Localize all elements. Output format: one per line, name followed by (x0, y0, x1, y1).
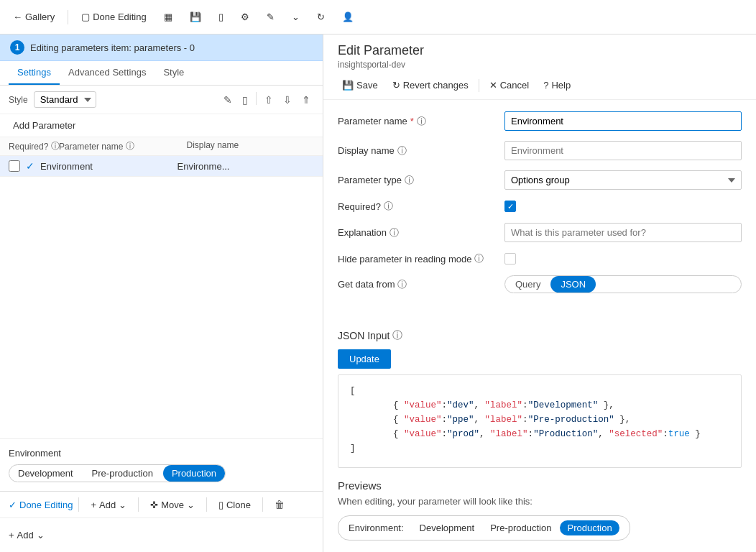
env-option-preproduction[interactable]: Pre-production (83, 465, 162, 482)
info-icon-hide: ⓘ (474, 252, 484, 265)
param-name-row: Parameter name * ⓘ (338, 111, 742, 131)
hide-param-control (504, 253, 742, 264)
left-content-area (0, 177, 323, 438)
copy-button[interactable]: ▯ (214, 9, 228, 25)
save-icon: 💾 (190, 12, 201, 22)
right-panel: Edit Parameter insightsportal-dev 💾 Save… (323, 34, 756, 552)
info-icon-json: ⓘ (392, 329, 402, 342)
style-label: Style (9, 95, 28, 105)
refresh-icon: ↻ (317, 12, 325, 22)
add-section-button[interactable]: + Add ⌄ (9, 530, 45, 540)
bar-divider-2 (138, 497, 139, 512)
chevron-section-icon: ⌄ (37, 530, 45, 540)
check-icon: ✓ (9, 500, 17, 510)
edit-pencil-button[interactable]: ✎ (262, 9, 279, 25)
hide-param-checkbox[interactable] (504, 253, 516, 264)
parameter-row: ✓ Environment Environme... (0, 156, 323, 177)
revert-right-button[interactable]: ↻ Revert changes (388, 77, 473, 93)
get-data-row: Get data from ⓘ Query JSON (338, 275, 742, 293)
update-button[interactable]: Update (338, 349, 391, 369)
explanation-control (504, 223, 742, 242)
right-panel-title: Edit Parameter (338, 43, 742, 58)
save-toolbar-button[interactable]: 💾 (185, 9, 206, 25)
done-editing-bar-button[interactable]: ✓ Done Editing (9, 500, 73, 510)
editing-header-text: Editing parameters item: parameters - 0 (30, 42, 195, 53)
display-name-input[interactable] (504, 141, 742, 160)
tab-settings[interactable]: Settings (9, 61, 60, 85)
info-icon-explanation: ⓘ (389, 226, 399, 239)
share-button[interactable]: 👤 (338, 9, 358, 25)
bar-divider-3 (206, 497, 207, 512)
delete-bar-button[interactable]: 🗑 (269, 496, 290, 513)
required-checkbox[interactable]: ✓ (504, 201, 516, 212)
data-toggle-json[interactable]: JSON (550, 276, 596, 293)
add-parameter-row: Add Parameter (0, 114, 323, 137)
arrow-left-icon: ← (13, 12, 22, 22)
cancel-right-button[interactable]: ✕ Cancel (485, 77, 533, 93)
info-icon-get-data: ⓘ (397, 278, 407, 291)
col-required-header: Required? ⓘ (9, 140, 59, 152)
right-panel-subtitle: insightsportal-dev (338, 60, 742, 70)
add-bar-button[interactable]: + Add ⌄ (85, 497, 132, 513)
get-data-control: Query JSON (504, 275, 742, 293)
param-display-cell: Environme... (178, 161, 315, 172)
previews-title: Previews (338, 479, 742, 492)
vert-divider (256, 92, 257, 105)
tab-advanced-settings[interactable]: Advanced Settings (60, 61, 155, 85)
explanation-label: Explanation ⓘ (338, 226, 496, 239)
plus-icon: + (91, 500, 96, 510)
display-name-row: Display name ⓘ (338, 141, 742, 160)
env-option-production[interactable]: Production (163, 465, 225, 482)
param-type-select[interactable]: Options group (504, 170, 742, 190)
settings-button[interactable]: ⚙ (236, 9, 254, 25)
down-arrow-icon[interactable]: ⇩ (280, 92, 295, 108)
view-icon: ▦ (164, 12, 172, 22)
param-name-input[interactable] (504, 111, 742, 131)
info-icon-display: ⓘ (397, 144, 407, 157)
copy-icon: ▯ (218, 12, 223, 22)
done-editing-button[interactable]: ▢ Done Editing (77, 9, 150, 25)
json-section-title: JSON Input ⓘ (338, 329, 742, 342)
hide-param-label: Hide parameter in reading mode ⓘ (338, 252, 496, 265)
top-toolbar: ← Gallery ▢ Done Editing ▦ 💾 ▯ ⚙ ✎ ⌄ ↻ 👤 (0, 0, 756, 34)
params-table-header: Required? ⓘ Parameter name ⓘ Display nam… (0, 137, 323, 156)
tab-style[interactable]: Style (155, 61, 193, 85)
clone-bar-button[interactable]: ▯ Clone (213, 497, 257, 513)
help-right-button[interactable]: ? Help (539, 77, 575, 93)
hide-param-row: Hide parameter in reading mode ⓘ (338, 252, 742, 265)
clone-icon: ▯ (218, 500, 223, 510)
revert-icon: ↻ (392, 80, 400, 91)
refresh-button[interactable]: ↻ (313, 9, 329, 25)
display-name-control (504, 141, 742, 160)
double-up-arrow-icon[interactable]: ⇑ (298, 92, 314, 108)
gear-icon: ⚙ (241, 12, 249, 22)
up-arrow-icon[interactable]: ⇧ (261, 92, 277, 108)
gallery-button[interactable]: ← Gallery (9, 9, 59, 25)
chevron-button[interactable]: ⌄ (287, 9, 304, 25)
preview-opt-preproduction[interactable]: Pre-production (483, 520, 558, 535)
right-toolbar-divider (479, 79, 479, 92)
style-select[interactable]: Standard (34, 91, 96, 108)
duplicate-action-icon[interactable]: ▯ (239, 92, 252, 108)
preview-options: Development Pre-production Production (412, 520, 619, 535)
env-widget-area: Environment Development Pre-production P… (0, 438, 323, 491)
move-bar-button[interactable]: ✜ Move ⌄ (144, 497, 200, 513)
preview-widget: Environment: Development Pre-production … (338, 515, 630, 540)
bar-divider-1 (78, 497, 79, 512)
env-option-development[interactable]: Development (9, 465, 82, 482)
param-checkbox[interactable] (9, 160, 20, 172)
style-row: Style Standard ✎ ▯ ⇧ ⇩ ⇑ (0, 86, 323, 114)
bottom-action-bar: ✓ Done Editing + Add ⌄ ✜ Move ⌄ ▯ Clone … (0, 491, 323, 518)
edit-action-icon[interactable]: ✎ (220, 92, 236, 108)
preview-opt-production[interactable]: Production (560, 520, 619, 535)
move-icon: ✜ (150, 500, 158, 510)
add-parameter-button[interactable]: Add Parameter (9, 117, 80, 134)
save-right-button[interactable]: 💾 Save (338, 77, 382, 93)
json-editor[interactable]: [ { "value":"dev", "label":"Development"… (338, 374, 742, 468)
explanation-input[interactable] (504, 223, 742, 242)
preview-opt-development[interactable]: Development (412, 520, 482, 535)
data-toggle-query[interactable]: Query (505, 276, 550, 293)
action-icons: ✎ ▯ ⇧ ⇩ ⇑ (220, 92, 314, 108)
view-button[interactable]: ▦ (160, 9, 177, 25)
plus-section-icon: + (9, 530, 14, 540)
